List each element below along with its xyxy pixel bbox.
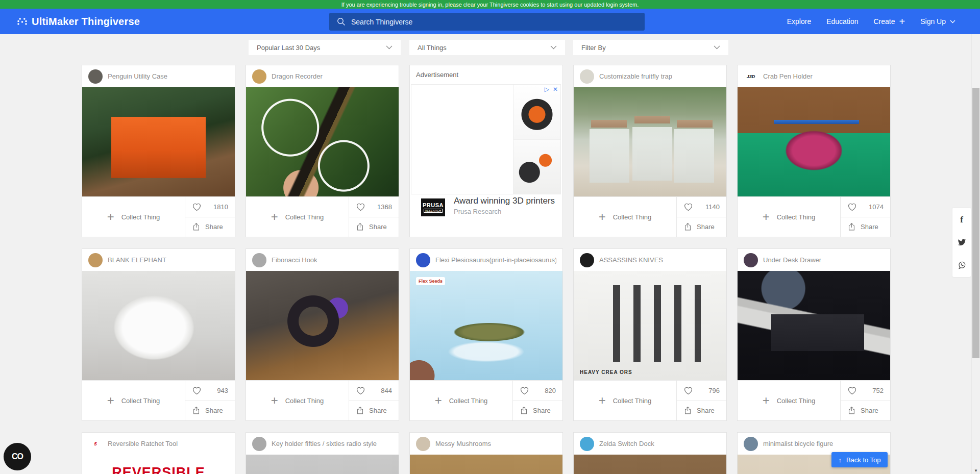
thing-title[interactable]: Dragon Recorder [272, 72, 323, 80]
thing-image[interactable] [82, 87, 235, 196]
card-header: Penguin Utility Case [82, 65, 235, 87]
cookie-consent-button[interactable]: CO [4, 443, 31, 470]
avatar[interactable] [416, 437, 430, 451]
avatar[interactable] [252, 253, 266, 267]
heart-icon [356, 203, 365, 211]
thing-image[interactable] [82, 271, 235, 380]
collect-thing-button[interactable]: + Collect Thing [574, 197, 677, 237]
ad-headline[interactable]: Award winning 3D printers [454, 196, 555, 206]
thing-title[interactable]: Flexi Plesiosaurus(print-in-placeiosauru… [435, 256, 556, 264]
like-button[interactable]: 943 [185, 381, 235, 401]
share-button[interactable]: Share [841, 401, 890, 421]
thing-title[interactable]: ASSASSINS KNIVES [599, 256, 663, 264]
brand-logo[interactable]: UltiMaker Thingiverse [17, 9, 140, 34]
thing-title[interactable]: Key holder fifties / sixties radio style [272, 440, 377, 447]
ad-advertiser: Prusa Research [454, 208, 501, 215]
collect-thing-button[interactable]: + Collect Thing [410, 381, 513, 420]
thing-image[interactable] [246, 271, 399, 380]
collect-thing-button[interactable]: + Collect Thing [738, 197, 841, 237]
like-button[interactable]: 820 [513, 381, 562, 401]
thing-image[interactable]: HEAVY CREA ORS [574, 271, 726, 380]
adchoices-icon[interactable]: ▷ [545, 86, 549, 92]
share-button[interactable]: Share [841, 217, 890, 237]
share-button[interactable]: Share [513, 401, 562, 421]
like-button[interactable]: 752 [841, 381, 890, 401]
thing-title[interactable]: BLANK ELEPHANT [108, 256, 166, 264]
avatar[interactable] [580, 437, 594, 451]
thing-title[interactable]: Reversible Ratchet Tool [108, 440, 178, 447]
avatar[interactable] [416, 253, 430, 267]
social-share-rail: f [952, 208, 971, 277]
thing-title[interactable]: Fibonacci Hook [272, 256, 317, 264]
nav-signup[interactable]: Sign Up [920, 17, 955, 26]
collect-thing-button[interactable]: + Collect Thing [82, 197, 185, 237]
avatar[interactable] [252, 437, 266, 451]
share-button[interactable]: Share [677, 217, 726, 237]
avatar[interactable] [744, 437, 758, 451]
thing-title[interactable]: Zelda Switch Dock [599, 440, 654, 447]
like-button[interactable]: 1368 [349, 197, 399, 217]
facebook-icon[interactable]: f [960, 216, 963, 224]
avatar[interactable]: 5 [88, 437, 103, 451]
thing-image[interactable] [574, 87, 726, 196]
thing-image[interactable] [738, 87, 890, 196]
scrollbar-down-arrow[interactable]: ▾ [972, 468, 980, 473]
nav-education[interactable]: Education [826, 17, 858, 26]
nav-create[interactable]: Create+ [873, 16, 905, 27]
share-button[interactable]: Share [185, 401, 235, 421]
back-to-top-button[interactable]: ↑ Back to Top [831, 452, 888, 467]
like-button[interactable]: 796 [677, 381, 726, 401]
thing-image[interactable] [246, 455, 399, 474]
thing-card: Under Desk Drawer + Collect Thing 752 [737, 248, 891, 421]
like-count: 1140 [705, 203, 720, 211]
avatar[interactable]: J3D [744, 69, 758, 84]
whatsapp-icon[interactable] [958, 261, 966, 269]
like-button[interactable]: 1810 [185, 197, 235, 217]
filter-by-dropdown[interactable]: Filter By [573, 40, 728, 55]
share-button[interactable]: Share [677, 401, 726, 421]
scrollbar-thumb[interactable] [972, 88, 979, 358]
collect-thing-button[interactable]: + Collect Thing [574, 381, 677, 420]
like-button[interactable]: 844 [349, 381, 399, 401]
thing-image[interactable] [246, 87, 399, 196]
avatar[interactable] [580, 253, 594, 267]
ad-close-icon[interactable]: ✕ [553, 86, 558, 92]
ultimaker-logo-icon [17, 18, 27, 26]
thing-image[interactable] [410, 455, 562, 474]
thing-title[interactable]: Customizable fruitfly trap [599, 72, 672, 80]
collect-thing-button[interactable]: + Collect Thing [246, 381, 349, 420]
search-input[interactable] [351, 18, 637, 26]
thing-image[interactable]: Flex Seeds [410, 271, 562, 380]
share-button[interactable]: Share [185, 217, 235, 237]
nav-explore[interactable]: Explore [787, 17, 811, 26]
thing-title[interactable]: minimalist bicycle figure [763, 440, 833, 447]
avatar[interactable] [580, 69, 594, 84]
share-button[interactable]: Share [349, 401, 399, 421]
category-dropdown[interactable]: All Things [409, 40, 565, 55]
thing-title[interactable]: Penguin Utility Case [108, 72, 167, 80]
card-footer: + Collect Thing 844 Share [246, 380, 399, 420]
avatar[interactable] [744, 253, 758, 267]
like-count: 752 [872, 387, 884, 394]
like-button[interactable]: 1140 [677, 197, 726, 217]
share-button[interactable]: Share [349, 217, 399, 237]
things-grid: Penguin Utility Case + Collect Thing 181… [82, 65, 891, 474]
thing-title[interactable]: Crab Pen Holder [763, 72, 813, 80]
avatar[interactable] [88, 253, 103, 267]
thing-title[interactable]: Messy Mushrooms [435, 440, 491, 447]
thing-image[interactable] [738, 271, 890, 380]
avatar[interactable] [252, 69, 266, 84]
twitter-icon[interactable] [958, 238, 966, 246]
collect-thing-button[interactable]: + Collect Thing [738, 381, 841, 420]
ad-banner-image[interactable]: ▷ ✕ [411, 84, 561, 194]
search-bar [329, 13, 645, 31]
collect-thing-button[interactable]: + Collect Thing [82, 381, 185, 420]
advertiser-logo[interactable]: PRUSA RESEARCH [421, 198, 445, 216]
sort-dropdown[interactable]: Popular Last 30 Days [249, 40, 401, 55]
collect-thing-button[interactable]: + Collect Thing [246, 197, 349, 237]
like-button[interactable]: 1074 [841, 197, 890, 217]
thing-image[interactable] [574, 455, 726, 474]
avatar[interactable] [88, 69, 103, 84]
thing-title[interactable]: Under Desk Drawer [763, 256, 821, 264]
thing-image[interactable]: REVERSIBLE [82, 455, 235, 474]
